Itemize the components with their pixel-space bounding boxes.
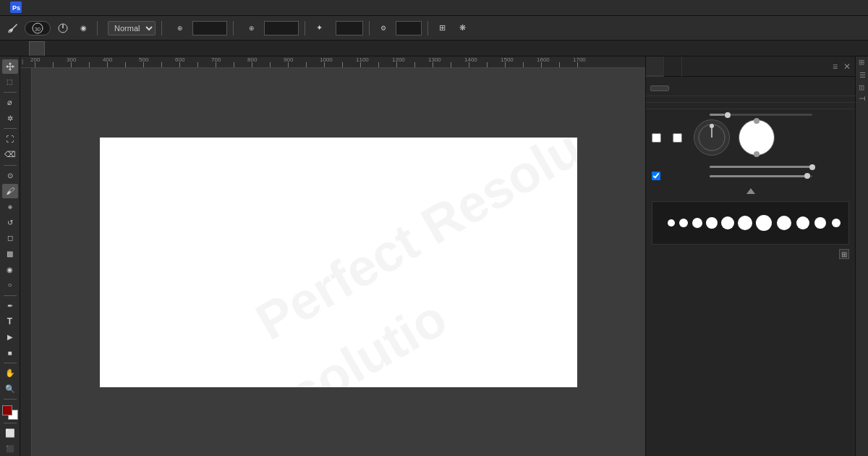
spacing-slider-area[interactable]: [710, 175, 849, 177]
svg-point-20: [832, 219, 841, 227]
flip-y-label[interactable]: [673, 133, 685, 143]
move-tool[interactable]: [2, 59, 18, 74]
tool-sep-7: [4, 423, 17, 423]
flow-input[interactable]: [264, 21, 299, 35]
ps-canvas[interactable]: Perfect Resolution Perfect Resolutio: [100, 138, 577, 387]
panel-tab-icons: ≡ ✕: [831, 60, 855, 73]
color-swatches[interactable]: [2, 405, 18, 420]
smoothing-options-icon[interactable]: ⚙: [375, 20, 391, 36]
angle-circle[interactable]: [694, 119, 730, 156]
brush-tool[interactable]: 🖌: [2, 184, 18, 198]
panel-collapse-icon[interactable]: ✕: [842, 60, 852, 73]
menu-help[interactable]: [139, 7, 148, 9]
screen-mode-icon[interactable]: ⬛: [2, 442, 18, 456]
text-tool[interactable]: T: [2, 314, 18, 329]
spacing-slider[interactable]: [710, 175, 812, 177]
lasso-tool[interactable]: ⌀: [2, 96, 18, 110]
brush-settings-toggle[interactable]: ◉: [75, 20, 91, 36]
menu-plugins[interactable]: [119, 7, 127, 9]
panel-tab-brushes[interactable]: [664, 56, 682, 77]
size-slider-area[interactable]: [710, 114, 849, 116]
far-right-icon-2[interactable]: ☰: [858, 71, 866, 79]
menu-select[interactable]: [78, 7, 87, 9]
angle-input[interactable]: [396, 21, 422, 35]
opacity-pressure-icon[interactable]: ⊕: [172, 20, 188, 36]
hardness-slider-area[interactable]: [710, 166, 849, 168]
menu-file[interactable]: [27, 7, 36, 9]
hand-tool[interactable]: ✋: [2, 366, 18, 381]
magic-wand-tool[interactable]: ✲: [2, 111, 18, 126]
far-right-icon-3[interactable]: ⊟: [858, 85, 866, 90]
hardness-slider[interactable]: [710, 166, 812, 168]
svg-point-14: [721, 216, 734, 229]
angle-icon[interactable]: [55, 20, 71, 36]
quick-mask-icon[interactable]: ⬜: [2, 426, 18, 441]
blur-tool[interactable]: ◉: [2, 262, 18, 276]
document-tab[interactable]: [29, 41, 45, 56]
far-right-panel: ⊞ ☰ ⊟ T: [855, 56, 868, 456]
expand-preview-button[interactable]: ⊞: [839, 249, 849, 259]
dodge-tool[interactable]: ○: [2, 278, 18, 292]
menu-ps[interactable]: Ps: [6, 0, 26, 16]
size-slider[interactable]: [710, 114, 812, 116]
airbrush-icon[interactable]: ✦: [311, 20, 327, 36]
spacing-label-container[interactable]: [652, 172, 710, 180]
far-right-icon-4[interactable]: T: [858, 96, 866, 101]
flip-x-checkbox[interactable]: [652, 133, 661, 143]
brush-size-box[interactable]: 30: [25, 21, 51, 35]
menu-view[interactable]: [109, 7, 117, 9]
panel-tab-brush-settings[interactable]: [646, 56, 664, 77]
symmetry-icon[interactable]: ⊞: [434, 20, 450, 36]
eyedropper-tool[interactable]: ⌫: [2, 148, 18, 162]
spacing-checkbox[interactable]: [652, 172, 660, 180]
extra-icon[interactable]: ❋: [454, 20, 470, 36]
svg-point-19: [814, 217, 826, 229]
svg-point-16: [756, 215, 772, 231]
svg-point-2: [8, 30, 11, 33]
flow-icon[interactable]: ⊕: [244, 20, 260, 36]
far-right-icon-1[interactable]: ⊞: [858, 59, 866, 65]
history-brush-tool[interactable]: ↺: [2, 215, 18, 229]
ruler-left: [20, 68, 32, 456]
opacity-input[interactable]: [192, 21, 227, 35]
shape-tool[interactable]: ■: [2, 345, 18, 360]
clone-stamp-tool[interactable]: ⎈: [2, 200, 18, 214]
brush-tip-shape-section: [646, 103, 855, 109]
brush-preview-area: [652, 201, 849, 245]
tool-sep-3: [4, 165, 17, 166]
watermark-text: Perfect Resolution: [246, 138, 577, 352]
gradient-tool[interactable]: ▩: [2, 247, 18, 261]
menu-layer[interactable]: [58, 7, 67, 9]
panel-header: ≡ ✕: [646, 56, 855, 77]
tool-sep-6: [4, 399, 17, 400]
panel-menu-icon[interactable]: ≡: [831, 60, 839, 73]
menu-image[interactable]: [48, 7, 56, 9]
svg-point-12: [692, 218, 702, 228]
canvas-container[interactable]: Perfect Resolution Perfect Resolutio: [20, 68, 645, 456]
smoothing-input[interactable]: [336, 21, 363, 35]
svg-point-15: [738, 216, 752, 230]
menu-window[interactable]: [129, 7, 137, 9]
svg-point-18: [796, 216, 809, 229]
foreground-color-swatch[interactable]: [2, 405, 12, 415]
zoom-tool[interactable]: 🔍: [2, 382, 18, 397]
menu-filter[interactable]: [88, 7, 97, 9]
flip-y-checkbox[interactable]: [673, 133, 682, 143]
brush-thumbnails-grid[interactable]: [646, 96, 855, 103]
selection-tool[interactable]: ⬚: [2, 75, 18, 90]
spot-heal-tool[interactable]: ⊙: [2, 169, 18, 183]
menu-3d[interactable]: [98, 7, 107, 9]
eraser-tool[interactable]: ◻: [2, 231, 18, 245]
pen-tool[interactable]: ✒: [2, 299, 18, 313]
menu-edit[interactable]: [38, 7, 46, 9]
canvas-area[interactable]: | // Generate ruler ticks const rulerTop…: [20, 56, 645, 456]
path-selection-tool[interactable]: ▶: [2, 330, 18, 345]
crop-tool[interactable]: ⛶: [2, 132, 18, 146]
spacing-indicator: [646, 188, 855, 197]
menu-type[interactable]: [68, 7, 77, 9]
roundness-display[interactable]: [739, 119, 775, 156]
brush-tool-icon[interactable]: [4, 20, 20, 36]
flip-x-label[interactable]: [652, 133, 664, 143]
mode-dropdown[interactable]: Normal: [108, 21, 156, 35]
brushes-button[interactable]: [650, 85, 669, 91]
